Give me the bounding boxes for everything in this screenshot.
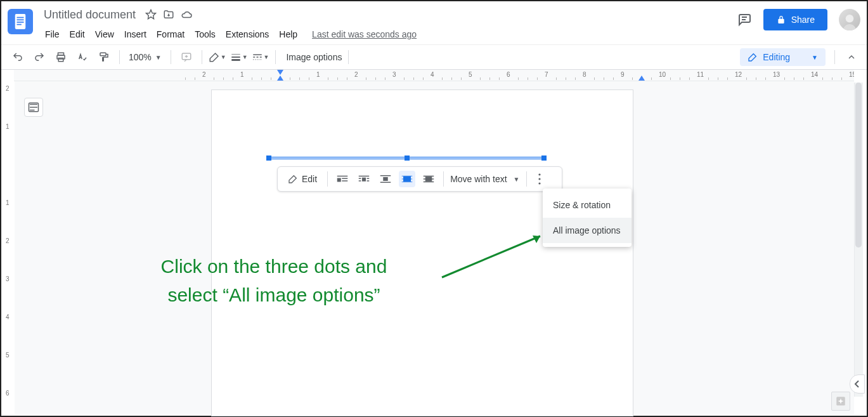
menu-file[interactable]: File [41,27,64,42]
svg-marker-5 [146,10,156,19]
menu-extensions[interactable]: Extensions [221,27,273,42]
menu-help[interactable]: Help [275,27,302,42]
svg-rect-45 [424,182,434,183]
svg-rect-29 [342,180,347,182]
undo-button[interactable] [9,48,27,66]
svg-rect-31 [362,178,366,182]
wrap-inline-button[interactable] [334,171,351,187]
wrap-front-button[interactable] [420,171,437,187]
svg-rect-41 [402,178,413,180]
star-icon[interactable] [145,9,157,20]
svg-point-49 [538,182,540,184]
paint-format-button[interactable] [95,48,113,66]
svg-rect-36 [380,175,391,176]
scrollbar-thumb[interactable] [855,83,862,248]
redo-button[interactable] [30,48,48,66]
spellcheck-button[interactable] [74,48,91,66]
three-dots-icon [538,173,541,185]
resize-handle[interactable] [266,156,271,161]
svg-rect-38 [380,182,391,183]
menu-view[interactable]: View [91,27,119,42]
move-with-text-select[interactable]: Move with text▼ [450,174,519,184]
menu-tools[interactable]: Tools [190,27,220,42]
editing-mode-select[interactable]: Editing▼ [740,48,826,66]
comment-history-icon[interactable] [737,12,752,27]
move-to-folder-icon[interactable] [163,9,174,20]
svg-rect-1 [17,17,24,18]
vertical-scrollbar[interactable] [854,83,863,397]
svg-rect-42 [402,182,413,183]
svg-rect-26 [337,176,348,177]
wrap-break-button[interactable] [377,171,394,187]
svg-rect-28 [342,178,347,180]
svg-rect-34 [359,180,361,182]
lock-icon [776,15,786,25]
docs-home-icon[interactable] [8,9,33,34]
hide-menus-button[interactable] [844,50,859,65]
svg-rect-40 [402,176,413,177]
toolbar: 100%▼ ▼ ▼ ▼ Image options Editing▼ [1,44,867,70]
svg-rect-37 [383,177,388,181]
image-context-toolbar: Edit Move with text▼ [277,166,562,192]
wrap-behind-button[interactable] [399,171,415,187]
svg-rect-12 [100,53,106,56]
border-weight-button[interactable]: ▼ [230,51,248,63]
border-dash-button[interactable]: ▼ [252,51,269,63]
menu-format[interactable]: Format [152,27,189,42]
menu-edit[interactable]: Edit [65,27,89,42]
svg-rect-2 [17,19,24,20]
share-button[interactable]: Share [763,9,827,30]
resize-handle[interactable] [405,156,410,161]
last-edit-link[interactable]: Last edit was seconds ago [312,29,417,39]
pencil-icon [748,52,758,62]
vertical-ruler[interactable]: 21123456 [3,81,15,414]
wrap-text-button[interactable] [356,171,372,187]
svg-rect-46 [425,176,432,182]
resize-handle[interactable] [541,156,547,161]
share-button-label: Share [791,15,815,25]
document-title[interactable]: Untitled document [41,7,139,23]
menu-insert[interactable]: Insert [120,27,151,42]
svg-rect-35 [367,180,370,182]
pencil-icon [288,174,298,184]
cloud-status-icon[interactable] [181,9,192,20]
print-button[interactable] [52,48,70,66]
image-options-button[interactable]: Image options [282,52,342,62]
svg-rect-30 [359,176,370,177]
svg-rect-33 [367,178,370,180]
image-options-menu: Size & rotation All image options [543,189,632,247]
annotation-text: Click on the three dots and select “All … [96,252,451,309]
menu-all-image-options[interactable]: All image options [543,218,632,243]
svg-rect-27 [337,178,341,182]
svg-rect-3 [17,22,24,23]
document-outline-button[interactable] [24,98,43,117]
border-color-button[interactable]: ▼ [209,51,226,63]
menu-bar: File Edit View Insert Format Tools Exten… [41,25,417,43]
menu-size-rotation[interactable]: Size & rotation [543,192,632,218]
zoom-select[interactable]: 100%▼ [126,52,164,62]
svg-point-48 [538,178,540,180]
edit-image-button[interactable]: Edit [284,171,321,187]
svg-rect-43 [424,176,434,177]
horizontal-ruler[interactable]: 21123456789101112131415 [14,70,854,81]
svg-rect-4 [17,24,22,25]
side-panel-toggle[interactable] [850,374,865,394]
svg-point-47 [538,173,540,175]
explore-button[interactable] [831,392,850,411]
account-avatar[interactable] [839,9,860,30]
add-comment-button [178,48,195,66]
svg-rect-32 [359,178,361,180]
more-options-button[interactable] [533,173,546,185]
svg-point-8 [846,15,854,23]
